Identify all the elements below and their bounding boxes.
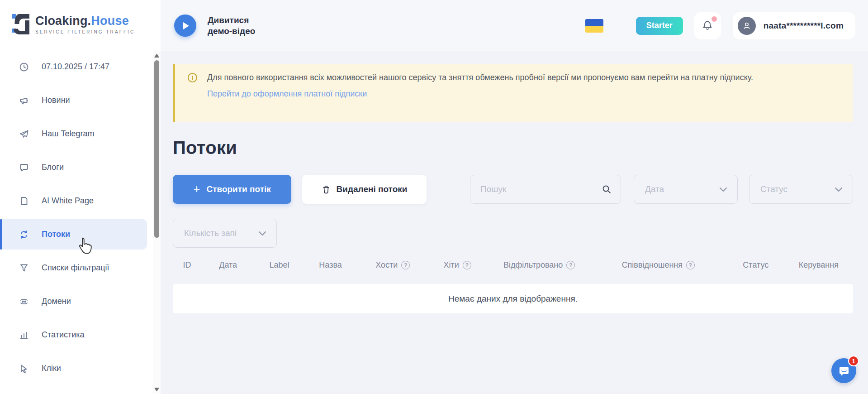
scrollbar-thumb[interactable] <box>154 60 159 238</box>
sync-icon <box>19 230 29 240</box>
domain-icon <box>19 297 29 307</box>
sidebar-item-label: Домени <box>42 297 71 306</box>
main-content: ! Для повного використання всіх можливос… <box>161 51 868 394</box>
chat-widget-button[interactable]: 1 <box>831 358 856 383</box>
column-header-filtered: Відфільтровано? <box>503 260 575 270</box>
sidebar-item-domains[interactable]: Домени <box>0 286 147 317</box>
search-box <box>470 175 621 204</box>
flows-table-header: ID Дата Label Назва Хости? Хіти? Відфіль… <box>173 260 853 276</box>
sidebar-item-label: Новини <box>42 96 70 105</box>
chevron-down-icon <box>835 187 843 192</box>
bar-chart-icon <box>19 330 29 340</box>
bell-icon <box>701 19 714 32</box>
banner-text: Для повного використання всіх можливосте… <box>207 72 753 83</box>
notification-dot <box>711 16 717 22</box>
column-header-hits: Хіти? <box>444 260 471 270</box>
avatar <box>738 17 756 35</box>
demo-video-label[interactable]: Дивитися демо-відео <box>208 15 255 37</box>
help-icon[interactable]: ? <box>401 261 410 269</box>
sidebar: Cloaking.House SERVICE FILTERING TRAFFIC… <box>0 0 161 394</box>
column-header-hosts: Хости? <box>375 260 410 270</box>
column-header-label: Label <box>270 260 289 270</box>
sidebar-item-telegram[interactable]: Наш Telegram <box>0 119 147 149</box>
table-empty-state: Немає даних для відображення. <box>173 284 853 313</box>
trial-warning-banner: ! Для повного використання всіх можливос… <box>173 64 853 122</box>
chat-unread-badge: 1 <box>848 356 859 366</box>
sidebar-item-label: Списки фільтрації <box>42 263 109 273</box>
column-header-name: Назва <box>319 260 342 270</box>
deleted-flows-button[interactable]: Видалені потоки <box>302 175 427 204</box>
brand-tagline: SERVICE FILTERING TRAFFIC <box>35 29 135 34</box>
funnel-icon <box>19 263 29 273</box>
date-filter-dropdown[interactable]: Дата <box>634 175 738 204</box>
brand-name: Cloaking.House <box>35 14 135 28</box>
notifications-button[interactable] <box>694 12 721 39</box>
sidebar-item-label: Потоки <box>42 230 70 239</box>
cursor-icon <box>19 364 29 374</box>
language-flag-ukraine[interactable] <box>585 19 603 33</box>
sidebar-item-ai-white-page[interactable]: AI White Page <box>0 186 147 216</box>
page-title: Потоки <box>173 138 853 158</box>
status-filter-dropdown[interactable]: Статус <box>749 175 853 204</box>
sidebar-item-label: AI White Page <box>42 196 94 206</box>
help-icon[interactable]: ? <box>566 261 575 269</box>
trash-icon <box>322 185 331 194</box>
toolbar: + Створити потік Видалені потоки Дата Ст… <box>173 175 853 204</box>
sidebar-item-clicks[interactable]: Кліки <box>0 353 147 384</box>
sidebar-item-blogs[interactable]: Блоги <box>0 152 147 183</box>
column-header-actions: Керування <box>799 260 839 270</box>
column-header-id: ID <box>183 260 191 270</box>
sidebar-nav: 07.10.2025 / 17:47 Новини Наш Telegram Б… <box>0 52 147 387</box>
chat-bubble-icon <box>19 163 29 173</box>
warning-icon: ! <box>188 73 197 82</box>
page-icon <box>19 196 29 206</box>
topbar-right: Starter naata**********l.com <box>585 12 855 39</box>
user-account-button[interactable]: naata**********l.com <box>733 12 855 39</box>
sidebar-item-date[interactable]: 07.10.2025 / 17:47 <box>0 52 147 82</box>
sidebar-scrollbar[interactable] <box>153 51 161 394</box>
upgrade-subscription-link[interactable]: Перейти до оформлення платної підписки <box>207 89 367 99</box>
sidebar-item-label: Блоги <box>42 163 64 172</box>
sidebar-item-flows[interactable]: Потоки <box>0 219 147 250</box>
plan-badge[interactable]: Starter <box>636 17 683 35</box>
sidebar-item-label: Наш Telegram <box>42 129 94 139</box>
column-header-date: Дата <box>219 260 237 270</box>
chevron-down-icon <box>719 187 727 192</box>
play-icon <box>183 22 189 29</box>
column-header-status: Статус <box>743 260 768 270</box>
column-header-ratio: Співвідношення? <box>622 260 695 270</box>
sidebar-item-filter-lists[interactable]: Списки фільтрації <box>0 253 147 283</box>
topbar: Дивитися демо-відео Starter naata*******… <box>161 0 868 51</box>
clock-icon <box>19 62 29 72</box>
sidebar-item-label: 07.10.2025 / 17:47 <box>42 62 109 72</box>
user-email: naata**********l.com <box>764 21 844 31</box>
brand-logo[interactable]: Cloaking.House SERVICE FILTERING TRAFFIC <box>0 0 161 35</box>
megaphone-icon <box>19 96 29 106</box>
brand-text: Cloaking.House SERVICE FILTERING TRAFFIC <box>35 14 135 34</box>
help-icon[interactable]: ? <box>463 261 471 269</box>
scrollbar-up-arrow[interactable] <box>154 54 159 58</box>
chat-smile-icon <box>837 364 851 378</box>
per-page-dropdown[interactable]: Кількість запі <box>173 219 277 248</box>
sidebar-item-statistics[interactable]: Статистика <box>0 320 147 350</box>
scrollbar-down-arrow[interactable] <box>154 388 159 391</box>
create-flow-button[interactable]: + Створити потік <box>173 175 291 204</box>
sidebar-item-label: Кліки <box>42 364 61 373</box>
user-icon <box>742 21 752 31</box>
search-icon[interactable] <box>602 184 612 194</box>
sidebar-item-label: Статистика <box>42 330 85 340</box>
plus-icon: + <box>193 183 200 195</box>
telegram-icon <box>19 129 29 139</box>
help-icon[interactable]: ? <box>686 261 695 269</box>
search-input[interactable] <box>480 184 602 194</box>
brand-logo-icon <box>11 14 31 35</box>
chevron-down-icon <box>258 231 266 236</box>
sidebar-item-news[interactable]: Новини <box>0 85 147 115</box>
demo-video-play-button[interactable] <box>174 14 196 37</box>
